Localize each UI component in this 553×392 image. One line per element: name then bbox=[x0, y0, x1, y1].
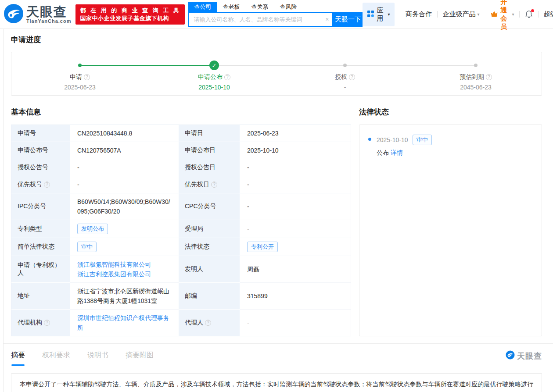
tab-claims[interactable]: 权利要求 bbox=[42, 351, 70, 366]
help-icon[interactable]: ? bbox=[224, 74, 230, 80]
priority-number: - bbox=[70, 176, 179, 193]
tianyancha-watermark-icon bbox=[506, 350, 515, 361]
help-icon[interactable]: ? bbox=[205, 320, 211, 326]
search-button[interactable]: 天眼一下 bbox=[333, 12, 363, 27]
promo-banner: 都 在 用 的 商 业 查 询 工 具 国家中小企业发展子基金旗下机构 bbox=[75, 4, 185, 25]
basic-info-title: 基本信息 bbox=[11, 99, 351, 125]
applicant-list: 浙江极氪智能科技有限公司 浙江吉利控股集团有限公司 bbox=[70, 256, 179, 283]
search-tab-risk[interactable]: 查风险 bbox=[274, 2, 302, 12]
step-date: - bbox=[297, 84, 393, 91]
row-label: CPC分类号 bbox=[179, 193, 240, 220]
banner-line2: 国家中小企业发展子基金旗下机构 bbox=[80, 14, 180, 22]
tab-abstract-figure[interactable]: 摘要附图 bbox=[126, 351, 154, 366]
clear-icon[interactable]: × bbox=[325, 16, 329, 23]
table-row: 授权公告号 - 授权公告日 - bbox=[11, 159, 351, 176]
nav-divider bbox=[485, 11, 485, 18]
search-tab-company[interactable]: 查公司 bbox=[188, 2, 217, 12]
simple-legal-status: 审中 bbox=[70, 238, 179, 256]
row-label: 授权公告号 bbox=[11, 159, 70, 176]
publication-number: CN120756507A bbox=[70, 142, 179, 159]
nav-divider bbox=[519, 11, 520, 18]
brand-domain: TianYanCha.com bbox=[26, 18, 71, 24]
apps-grid-icon bbox=[367, 11, 374, 18]
search-tabs: 查公司 查老板 查关系 查风险 bbox=[188, 2, 363, 12]
table-row: 简单法律状态 审中 法律状态 专利公开 bbox=[11, 238, 351, 256]
row-label-text: 优先权号 bbox=[18, 181, 42, 189]
row-label: 申请公布号 bbox=[11, 142, 70, 159]
accepting-office: - bbox=[240, 220, 351, 238]
row-label: 发明人 bbox=[179, 256, 240, 283]
search-input[interactable] bbox=[188, 12, 333, 27]
row-label: 专利类型 bbox=[11, 220, 70, 238]
status-badge: 专利公开 bbox=[247, 242, 278, 252]
nav-divider bbox=[400, 11, 400, 18]
legal-status-item: 2025-10-10 审中 公布 详情 bbox=[368, 135, 542, 157]
nav-divider bbox=[538, 11, 539, 18]
search-area: 查公司 查老板 查关系 查风险 × 天眼一下 bbox=[188, 2, 363, 27]
nav-vip-label: 开通会员 bbox=[500, 0, 508, 31]
legal-status-value: 专利公开 bbox=[240, 238, 351, 256]
patent-type-badge: 发明公布 bbox=[77, 224, 108, 234]
help-icon[interactable]: ? bbox=[84, 74, 90, 80]
help-icon[interactable]: ? bbox=[349, 74, 355, 80]
table-row: 地址 浙江省宁波市北仑区新碶街道岷山路1388号商务大厦1幢1031室 邮编 3… bbox=[11, 283, 351, 310]
inventor-name: 周磊 bbox=[240, 256, 351, 283]
bullet-dot bbox=[368, 138, 371, 141]
notifications-bell-icon[interactable] bbox=[525, 10, 533, 18]
row-label: 简单法律状态 bbox=[11, 238, 70, 256]
search-tab-relation[interactable]: 查关系 bbox=[245, 2, 274, 12]
row-label: 受理局 bbox=[179, 220, 240, 238]
chevron-down-icon: ▾ bbox=[512, 12, 514, 17]
nav-business-cooperation[interactable]: 商务合作 bbox=[406, 10, 432, 18]
applicant-link[interactable]: 浙江极氪智能科技有限公司 bbox=[77, 260, 151, 269]
address-value: 浙江省宁波市北仑区新碶街道岷山路1388号商务大厦1幢1031室 bbox=[70, 283, 179, 310]
progress-step-estimated-expiry: 预估到期? 2045-06-23 bbox=[427, 73, 524, 91]
step-check-icon: ✓ bbox=[209, 61, 219, 70]
row-label: IPC分类号 bbox=[11, 193, 70, 220]
step-dot-filed bbox=[78, 64, 82, 67]
publication-date: 2025-10-10 bbox=[240, 142, 351, 159]
nav-apps[interactable]: 应用 ▾ bbox=[363, 3, 395, 26]
table-row: 优先权号? - 优先权日? - bbox=[11, 176, 351, 193]
step-date: 2025-10-10 bbox=[166, 84, 262, 91]
help-icon[interactable]: ? bbox=[44, 320, 50, 326]
table-row: 专利类型 发明公布 受理局 - bbox=[11, 220, 351, 238]
application-date: 2025-06-23 bbox=[240, 125, 351, 142]
table-row: 申请号 CN202510843448.8 申请日 2025-06-23 bbox=[11, 125, 351, 142]
grant-announcement-number: - bbox=[70, 159, 179, 176]
tab-description[interactable]: 说明书 bbox=[87, 351, 108, 366]
table-row: IPC分类号 B60W50/14;B60W30/09;B60W30/095;G0… bbox=[11, 193, 351, 220]
row-label: 优先权日? bbox=[179, 176, 240, 193]
legal-detail-link[interactable]: 详情 bbox=[391, 149, 403, 156]
agency-link[interactable]: 深圳市世纪恒程知识产权代理事务所 bbox=[77, 313, 172, 332]
step-date: 2025-06-23 bbox=[32, 84, 128, 91]
legal-status-date: 2025-10-10 bbox=[377, 136, 408, 143]
tab-abstract[interactable]: 摘要 bbox=[11, 351, 25, 366]
application-number: CN202510843448.8 bbox=[70, 125, 179, 142]
nav-enterprise-products[interactable]: 企业级产品 ▾ bbox=[443, 10, 480, 18]
cpc-classification: - bbox=[240, 193, 351, 220]
patent-type: 发明公布 bbox=[70, 220, 179, 238]
status-badge: 审中 bbox=[77, 242, 97, 252]
nav-super-risk[interactable]: 超级风... ▾ bbox=[544, 10, 553, 18]
applicant-link[interactable]: 浙江吉利控股集团有限公司 bbox=[77, 269, 151, 279]
brand-logo[interactable]: 天眼查 TianYanCha.com bbox=[4, 4, 71, 25]
help-icon[interactable]: ? bbox=[211, 182, 217, 188]
nav-apps-label: 应用 bbox=[377, 6, 383, 23]
application-progress-section: 申请进度 ✓ 申请? 2025-06-23 申请公布? 2025-10-10 授… bbox=[11, 29, 542, 96]
nav-super-risk-label: 超级风... bbox=[544, 10, 553, 18]
watermark-logo: 天眼查 bbox=[506, 350, 542, 366]
row-label: 申请公布日 bbox=[179, 142, 240, 159]
nav-open-vip[interactable]: 开通会员 ▾ bbox=[490, 0, 514, 31]
help-icon[interactable]: ? bbox=[486, 74, 492, 80]
row-label: 代理人? bbox=[179, 310, 240, 336]
top-nav: 应用 ▾ 商务合作 企业级产品 ▾ 开通会员 ▾ bbox=[363, 0, 553, 31]
chevron-down-icon: ▾ bbox=[478, 12, 480, 17]
legal-status-section: 法律状态 2025-10-10 审中 公布 详情 bbox=[359, 99, 542, 336]
table-row: 申请（专利权）人 浙江极氪智能科技有限公司 浙江吉利控股集团有限公司 发明人 周… bbox=[11, 256, 351, 283]
nav-divider bbox=[437, 11, 438, 18]
search-tab-boss[interactable]: 查老板 bbox=[217, 2, 245, 12]
help-icon[interactable]: ? bbox=[44, 182, 50, 188]
postcode-value: 315899 bbox=[240, 283, 351, 310]
step-dot-expiry bbox=[474, 64, 478, 67]
